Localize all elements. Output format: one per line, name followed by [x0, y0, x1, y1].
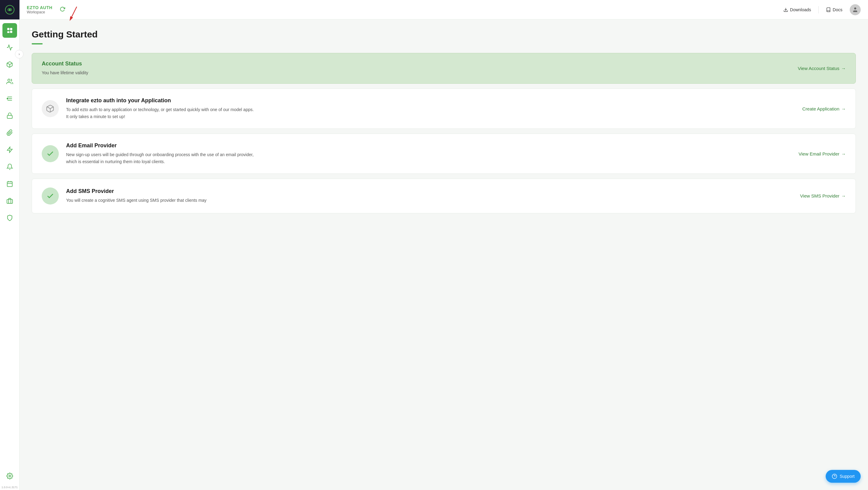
email-provider-card: Add Email Provider New sign-up users wil…	[32, 134, 856, 174]
email-title: Add Email Provider	[66, 142, 791, 149]
header-brand: EZTO AUTH Workspace	[27, 5, 52, 14]
sidebar-item-packages[interactable]	[2, 57, 17, 72]
account-status-title: Account Status	[42, 61, 790, 67]
main-wrapper: EZTO AUTH Workspace Downloads	[20, 0, 868, 490]
sidebar-item-users[interactable]	[2, 74, 17, 89]
sidebar-item-notifications[interactable]	[2, 160, 17, 174]
sms-check-icon	[42, 188, 59, 204]
account-status-card: Account Status You have lifetime validit…	[32, 53, 856, 84]
content-area: Getting Started Account Status You have …	[20, 20, 868, 490]
integrate-icon	[42, 100, 59, 117]
sidebar-item-security-lock[interactable]	[2, 108, 17, 123]
integrate-body: Integrate ezto auth into your Applicatio…	[66, 97, 795, 120]
view-sms-provider-link[interactable]: View SMS Provider →	[800, 193, 846, 198]
email-body: Add Email Provider New sign-up users wil…	[66, 142, 791, 165]
account-status-body: Account Status You have lifetime validit…	[42, 61, 790, 76]
sms-title: Add SMS Provider	[66, 188, 793, 194]
refresh-button[interactable]	[60, 6, 65, 13]
user-avatar[interactable]	[850, 4, 861, 15]
create-application-link[interactable]: Create Application →	[802, 106, 846, 111]
brand-workspace: Workspace	[27, 10, 52, 14]
svg-rect-10	[7, 182, 12, 187]
sms-provider-card: Add SMS Provider You will create a cogni…	[32, 178, 856, 214]
integrate-card: Integrate ezto auth into your Applicatio…	[32, 89, 856, 129]
brand-name: EZTO AUTH	[27, 5, 52, 10]
title-underline	[32, 43, 43, 44]
email-desc: New sign-up users will be guided through…	[66, 151, 255, 165]
svg-point-1	[8, 9, 10, 11]
support-label: Support	[840, 474, 855, 479]
sidebar-item-settings[interactable]	[2, 469, 17, 483]
svg-point-19	[854, 7, 857, 9]
sidebar-item-calendar[interactable]	[2, 176, 17, 191]
downloads-button[interactable]: Downloads	[783, 7, 811, 12]
sidebar: ›	[0, 0, 20, 490]
sidebar-item-attachments[interactable]	[2, 125, 17, 140]
sidebar-toggle[interactable]: ›	[15, 50, 24, 59]
header-divider	[818, 6, 819, 13]
svg-rect-8	[7, 116, 12, 119]
page-title: Getting Started	[32, 29, 856, 39]
view-account-status-link[interactable]: View Account Status →	[798, 66, 846, 71]
svg-line-16	[71, 7, 77, 19]
sidebar-item-dashboard[interactable]	[2, 23, 17, 38]
header-right: Downloads Docs	[783, 4, 861, 15]
sidebar-item-analytics[interactable]	[2, 40, 17, 55]
sidebar-logo	[0, 0, 20, 20]
sidebar-item-shield[interactable]	[2, 210, 17, 225]
view-email-provider-link[interactable]: View Email Provider →	[799, 151, 846, 157]
svg-point-15	[9, 475, 11, 477]
sidebar-item-configuration[interactable]	[2, 91, 17, 106]
support-button[interactable]: Support	[826, 470, 861, 483]
version-text: 1.0.0-rc.3171	[1, 485, 18, 490]
integrate-title: Integrate ezto auth into your Applicatio…	[66, 97, 795, 104]
email-check-icon	[42, 145, 59, 162]
sms-body: Add SMS Provider You will create a cogni…	[66, 188, 793, 204]
sidebar-item-actions[interactable]	[2, 142, 17, 157]
sidebar-item-briefcase[interactable]	[2, 194, 17, 208]
docs-button[interactable]: Docs	[826, 7, 842, 12]
svg-marker-9	[7, 147, 12, 153]
svg-rect-14	[7, 199, 12, 203]
sms-desc: You will create a cognitive SMS agent us…	[66, 197, 255, 204]
integrate-desc: To add ezto auth to any application or t…	[66, 106, 255, 120]
account-status-desc: You have lifetime validity	[42, 69, 230, 76]
svg-point-7	[7, 98, 8, 99]
header: EZTO AUTH Workspace Downloads	[20, 0, 868, 20]
svg-point-3	[8, 79, 10, 81]
